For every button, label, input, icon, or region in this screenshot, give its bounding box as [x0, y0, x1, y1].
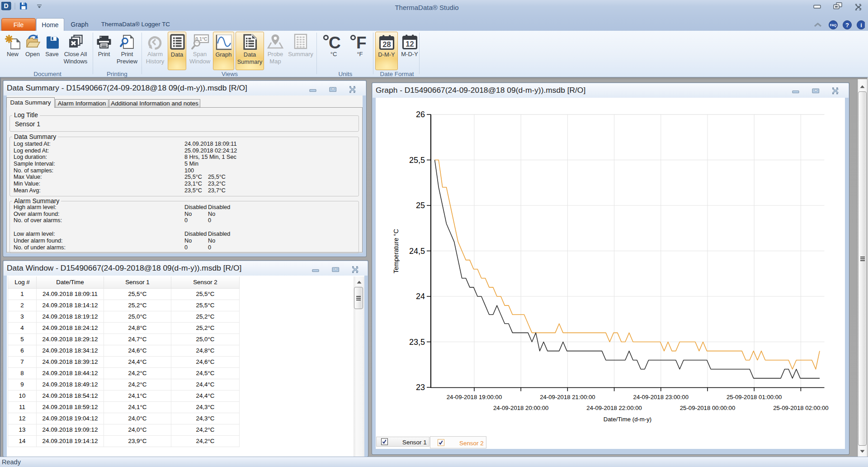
svg-text:25-09-2018 02:00:00: 25-09-2018 02:00:00 [773, 405, 828, 411]
svg-text:24-09-2018 19:00:00: 24-09-2018 19:00:00 [447, 394, 502, 400]
svg-text:C: C [329, 33, 341, 50]
svg-text:23: 23 [416, 383, 425, 392]
svg-text:FAQ: FAQ [830, 24, 837, 27]
svg-text:25-09-2018 00:00:00: 25-09-2018 00:00:00 [680, 405, 735, 411]
svg-text:24,5: 24,5 [409, 247, 425, 256]
svg-text:F: F [356, 33, 367, 50]
svg-text:24: 24 [416, 292, 425, 301]
svg-text:12: 12 [406, 40, 414, 48]
svg-text:26: 26 [416, 110, 425, 119]
svg-text:24-09-2018 20:00:00: 24-09-2018 20:00:00 [493, 405, 548, 411]
svg-text:25: 25 [416, 201, 425, 210]
svg-text:i: i [860, 22, 862, 29]
svg-text:24-09-2018 21:00:00: 24-09-2018 21:00:00 [540, 394, 595, 400]
svg-text:28: 28 [382, 40, 391, 48]
svg-text:?: ? [845, 22, 849, 29]
svg-text:25,5: 25,5 [409, 156, 425, 165]
svg-text:Temperature °C: Temperature °C [392, 229, 400, 273]
svg-text:Date/Time (d-m-y): Date/Time (d-m-y) [604, 416, 651, 423]
svg-text:24-09-2018 22:00:00: 24-09-2018 22:00:00 [586, 405, 642, 411]
svg-text:25-09-2018 01:00:00: 25-09-2018 01:00:00 [726, 394, 782, 400]
svg-text:23,5: 23,5 [409, 338, 425, 347]
svg-text:24-09-2018 23:00:00: 24-09-2018 23:00:00 [633, 394, 689, 400]
